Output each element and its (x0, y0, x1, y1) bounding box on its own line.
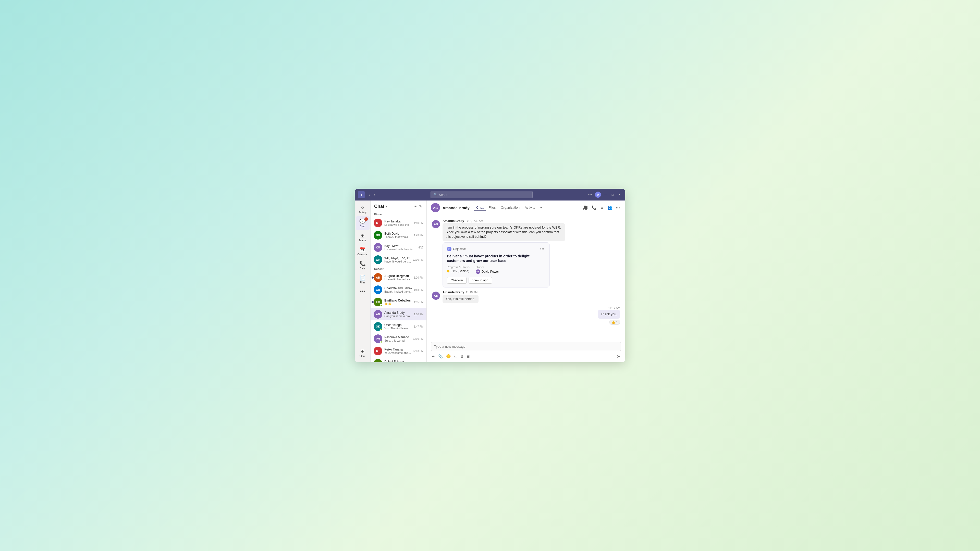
sidebar-item-chat[interactable]: 1 💬 Chat (356, 216, 369, 230)
chat-messages: AB Amanda Brady 5/12, 9:30 AM I am in th… (427, 215, 625, 339)
teams-icon: ⊞ (360, 232, 365, 238)
more-icon: ••• (360, 289, 365, 294)
more-button[interactable]: ••• (587, 192, 593, 198)
chat-info: Pasquale Mariano Sure, this works! (384, 335, 411, 342)
owner-avatar: DP (476, 269, 480, 274)
sidebar-item-files[interactable]: 📄 Files (356, 272, 369, 286)
chat-item-emiliano[interactable]: EC Emiliano Ceballos 👋👋 1:55 PM (371, 296, 426, 308)
sidebar-item-store[interactable]: ⊞ Store (356, 346, 369, 360)
reaction-row: 👍 1 (598, 320, 620, 325)
sidebar-item-label: Calls (360, 267, 365, 270)
tab-files[interactable]: Files (487, 205, 498, 211)
restore-button[interactable]: □ (610, 192, 615, 197)
minimize-button[interactable]: — (603, 192, 609, 197)
chat-item-will[interactable]: WK Will, Kayo, Eric, +2 Kayo: It would b… (371, 254, 426, 266)
message-input[interactable] (434, 345, 618, 348)
screen-share-button[interactable]: 🖥 (599, 204, 605, 211)
chat-item-kayo[interactable]: KM Kayo Miwa I reviewed with the client … (371, 241, 426, 254)
tab-organization[interactable]: Organization (499, 205, 522, 211)
okr-meta: Progress & Status 51% (Behind) Owner (447, 265, 546, 274)
chat-item-ray[interactable]: RT Ray Tanaka Louisa will send the initi… (371, 217, 426, 229)
initials: BD (376, 233, 380, 237)
sidebar-item-calls[interactable]: 📞 Calls (356, 259, 369, 272)
avatar: OK (374, 322, 382, 331)
chat-item-august[interactable]: AB August Bergman I haven't checked avai… (371, 272, 426, 284)
view-in-app-button[interactable]: View in app (469, 277, 492, 284)
message-avatar: AB (432, 220, 440, 228)
titlebar: T ‹ › 🔍 ••• U — □ ✕ (355, 189, 625, 200)
initials: KT (376, 349, 380, 353)
owner-meta: Owner DP David Power (476, 265, 499, 274)
chat-item-daichi[interactable]: DF Daichi Fukuda No, I think there are o… (371, 357, 426, 362)
message-bubble: Thank you. (598, 310, 620, 319)
sidebar-item-activity[interactable]: ○ Activity (356, 203, 369, 216)
chat-badge: 1 (364, 218, 368, 221)
audio-call-button[interactable]: 📞 (590, 204, 598, 211)
tab-add[interactable]: + (538, 205, 544, 211)
progress-label: Progress & Status (447, 265, 469, 268)
chat-info: Oscar Krogh You: Thanks! Have a nice wee… (384, 323, 413, 330)
chat-item-beth[interactable]: BD Beth Davis Thanks, that would be nice… (371, 229, 426, 241)
chat-name: Oscar Krogh (384, 323, 413, 327)
okr-type-label: ◎ Objective (447, 247, 466, 251)
sidebar-item-calendar[interactable]: 📅 Calendar (356, 245, 369, 258)
okr-card: ◎ Objective ••• Deliver a "must have" pr… (442, 242, 550, 287)
chat-time: 10:43 AM (413, 362, 423, 362)
chat-info: Kayo Miwa I reviewed with the client on … (384, 244, 417, 251)
user-avatar[interactable]: U (595, 192, 601, 198)
compose-button[interactable]: ✎ (418, 203, 423, 209)
okr-title: Deliver a "must have" product in order t… (447, 254, 546, 263)
praise-button[interactable]: ⊞ (466, 353, 471, 360)
message-bubble: I am in the process of making sure our t… (442, 223, 565, 241)
sidebar-item-teams[interactable]: ⊞ Teams (356, 230, 369, 244)
send-button[interactable]: ➤ (616, 353, 621, 360)
chat-info: Keiko Tanaka You: Awesome, thank you. (384, 348, 411, 354)
filter-button[interactable]: ≡ (414, 203, 417, 209)
tab-activity[interactable]: Activity (523, 205, 537, 211)
sidebar: ○ Activity 1 💬 Chat ⊞ Teams 📅 Calendar 📞… (355, 200, 371, 362)
chat-list-title: Chat ▾ (374, 204, 387, 209)
okr-type-text: Objective (453, 247, 466, 251)
chat-info: August Bergman I haven't checked availab… (384, 274, 413, 281)
reaction-badge[interactable]: 👍 1 (609, 320, 620, 325)
sidebar-item-label: Chat (360, 225, 365, 228)
close-button[interactable]: ✕ (617, 192, 622, 197)
back-button[interactable]: ‹ (367, 192, 371, 198)
attach-button[interactable]: 📎 (437, 353, 444, 360)
giphy-button[interactable]: ▭ (453, 353, 458, 360)
chat-item-charlotte[interactable]: CB Charlotte and Babak Babak: I asked th… (371, 284, 426, 296)
video-call-button[interactable]: 🎥 (582, 204, 589, 211)
people-button[interactable]: 👥 (606, 204, 614, 211)
sidebar-item-label: Teams (359, 239, 366, 242)
chat-item-oscar[interactable]: OK Oscar Krogh You: Thanks! Have a nice … (371, 321, 426, 333)
more-options-button[interactable]: ••• (614, 204, 621, 211)
contact-name: Amanda Brady (442, 206, 469, 210)
avatar: BD (374, 231, 382, 240)
avatar: WK (374, 256, 382, 264)
format-button[interactable]: ✒ (431, 353, 436, 360)
store-icon: ⊞ (360, 348, 365, 354)
owner-value: DP David Power (476, 269, 499, 274)
okr-more-button[interactable]: ••• (539, 246, 546, 252)
chat-item-pasquale[interactable]: PM Pasquale Mariano Sure, this works! 12… (371, 333, 426, 345)
message-row: AB Amanda Brady 5/12, 9:30 AM I am in th… (432, 219, 620, 287)
forward-button[interactable]: › (372, 192, 377, 198)
chat-dropdown-icon[interactable]: ▾ (385, 205, 387, 208)
sticker-button[interactable]: ⧉ (460, 353, 465, 360)
chat-item-amanda[interactable]: AB Amanda Brady Can you share a progress… (371, 308, 426, 321)
chat-info: Charlotte and Babak Babak: I asked the c… (384, 286, 413, 293)
message-sender: Amanda Brady (442, 219, 464, 223)
chat-item-keiko[interactable]: KT Keiko Tanaka You: Awesome, thank you.… (371, 345, 426, 357)
checkin-button[interactable]: Check-in (447, 277, 466, 284)
main-layout: ○ Activity 1 💬 Chat ⊞ Teams 📅 Calendar 📞… (355, 200, 625, 362)
chat-name: Ray Tanaka (384, 220, 413, 223)
sidebar-item-more[interactable]: ••• (356, 286, 369, 297)
emoji-button[interactable]: 😊 (445, 353, 452, 360)
tab-chat[interactable]: Chat (474, 205, 486, 211)
avatar: KM (374, 243, 382, 252)
chat-preview: Kayo: It would be great to sync with... (384, 260, 411, 263)
chat-preview: You: Awesome, thank you. (384, 351, 411, 354)
progress-text: 51% (Behind) (451, 269, 469, 273)
chat-preview: Can you share a progress update on... (384, 314, 413, 318)
search-input[interactable] (439, 193, 530, 197)
